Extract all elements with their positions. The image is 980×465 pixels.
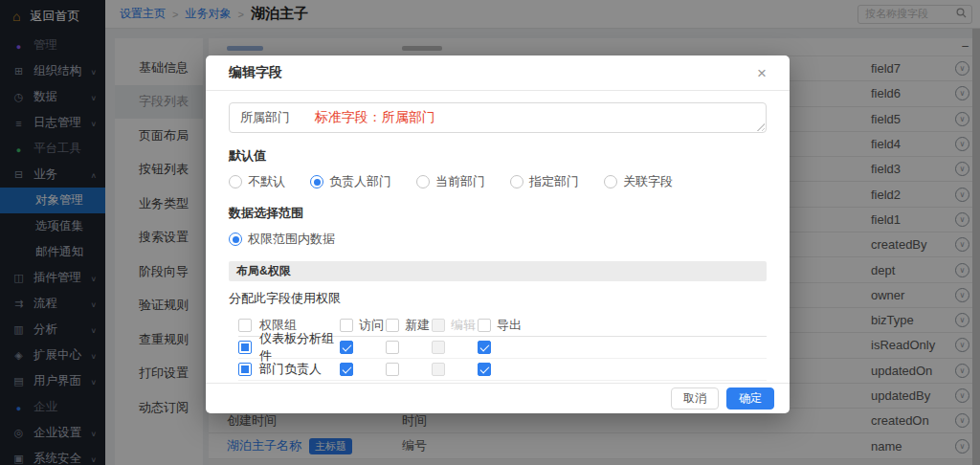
column-label: 新建: [405, 317, 430, 334]
access-checkbox[interactable]: [340, 363, 353, 376]
radio-label: 不默认: [248, 173, 285, 190]
permission-column-header: 新建: [386, 317, 432, 334]
resize-grip[interactable]: [756, 122, 765, 131]
default-value-radio-group: 不默认 负责人部门 当前部门 指定部门 关联字段: [229, 173, 767, 190]
data-range-radio-group: 权限范围内数据: [229, 231, 767, 248]
layout-permission-section-title: 布局&权限: [229, 261, 767, 281]
modal-body: 所属部门 标准字段：所属部门 默认值 不默认 负责人部门 当前部门: [206, 91, 790, 383]
radio-label: 指定部门: [529, 173, 579, 190]
permission-table: 权限组 访问 新建 编辑 导出: [229, 315, 767, 383]
permission-column-header: 访问: [340, 317, 386, 334]
edit-checkbox-disabled: [432, 363, 445, 376]
radio-option[interactable]: 当前部门: [416, 173, 485, 190]
column-checkbox[interactable]: [432, 319, 445, 332]
create-checkbox[interactable]: [386, 341, 399, 354]
create-checkbox[interactable]: [386, 363, 399, 376]
column-checkbox[interactable]: [340, 319, 353, 332]
radio-icon: [510, 175, 523, 188]
column-label: 导出: [497, 317, 522, 334]
export-checkbox[interactable]: [478, 363, 491, 376]
app-root: 设置主页 > 业务对象 > 湖泊主子 按名称搜字段 基础信息 字段列表 页面布局…: [0, 0, 980, 465]
field-name-textarea[interactable]: 所属部门 标准字段：所属部门: [229, 102, 767, 133]
modal-header: 编辑字段 ×: [206, 55, 790, 91]
permission-group-name: 部门负责人: [259, 361, 322, 378]
radio-label: 当前部门: [435, 173, 485, 190]
row-indeterminate-checkbox[interactable]: [238, 363, 252, 376]
column-checkbox[interactable]: [386, 319, 399, 332]
column-checkbox[interactable]: [478, 319, 491, 332]
red-annotation-text: 标准字段：所属部门: [315, 109, 435, 124]
radio-icon: [604, 175, 617, 188]
edit-checkbox-disabled: [432, 341, 445, 354]
data-range-label: 数据选择范围: [229, 205, 767, 222]
assign-permission-label: 分配此字段使用权限: [229, 290, 767, 307]
radio-option[interactable]: 负责人部门: [310, 173, 391, 190]
cancel-button[interactable]: 取消: [671, 388, 719, 410]
radio-option[interactable]: 不默认: [229, 173, 285, 190]
field-name-value: 所属部门: [240, 110, 290, 124]
permission-column-header: 导出: [478, 317, 523, 334]
radio-option[interactable]: 关联字段: [604, 173, 673, 190]
radio-icon: [416, 175, 430, 188]
permission-group-name: 仪表板分析组件: [259, 330, 340, 365]
radio-label: 关联字段: [623, 173, 673, 190]
column-label: 编辑: [451, 317, 476, 334]
permission-column-header: 编辑: [432, 317, 478, 334]
permission-row: 仪表板分析组件: [238, 337, 767, 359]
select-all-checkbox[interactable]: [238, 319, 252, 332]
access-checkbox[interactable]: [340, 341, 353, 354]
permission-row: 部门负责人: [238, 359, 767, 381]
radio-icon: [229, 232, 242, 246]
modal-footer: 取消 确定: [206, 383, 790, 413]
export-checkbox[interactable]: [478, 341, 491, 354]
radio-option[interactable]: 指定部门: [510, 173, 579, 190]
column-label: 访问: [359, 317, 384, 334]
radio-icon: [229, 175, 242, 188]
default-value-label: 默认值: [229, 147, 767, 165]
radio-option[interactable]: 权限范围内数据: [229, 231, 335, 248]
close-icon[interactable]: ×: [757, 65, 767, 81]
radio-icon: [310, 175, 323, 188]
radio-label: 权限范围内数据: [248, 231, 335, 248]
edit-field-modal: 编辑字段 × 所属部门 标准字段：所属部门 默认值 不默认 负责人部门: [206, 55, 790, 413]
radio-label: 负责人部门: [329, 173, 391, 190]
confirm-button[interactable]: 确定: [726, 388, 774, 410]
row-indeterminate-checkbox[interactable]: [238, 341, 252, 354]
modal-title: 编辑字段: [229, 64, 282, 81]
